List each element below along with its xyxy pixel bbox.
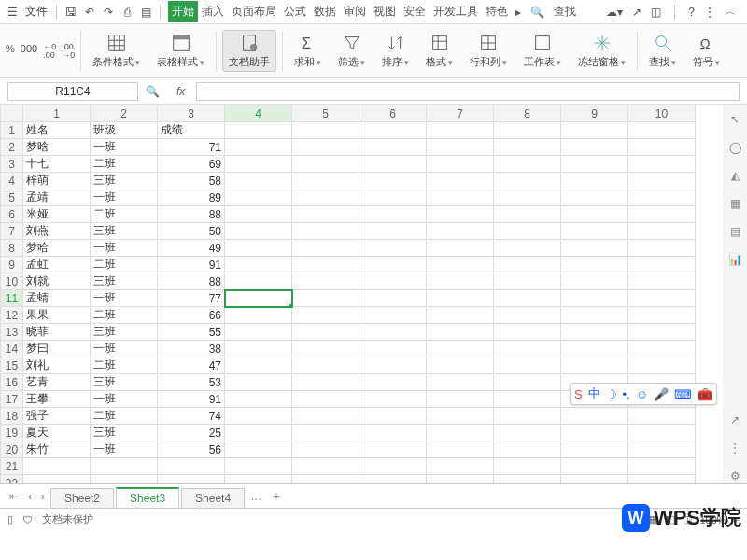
cell[interactable] <box>561 341 628 357</box>
row-header[interactable]: 11 <box>1 290 23 307</box>
cell[interactable] <box>427 374 494 391</box>
cell[interactable] <box>359 374 427 391</box>
symbol-button[interactable]: Ω符号▾ <box>687 31 726 71</box>
cell[interactable] <box>158 458 225 475</box>
cell[interactable] <box>359 324 427 341</box>
cell[interactable]: 一班 <box>91 240 158 257</box>
cell[interactable] <box>427 173 494 189</box>
cell[interactable] <box>561 257 628 273</box>
undo-icon[interactable]: ↶ <box>81 4 98 21</box>
cell[interactable] <box>225 425 292 441</box>
spreadsheet-grid[interactable]: 123456789101姓名班级成绩2梦晗一班713十七二班694梓萌三班585… <box>0 105 723 483</box>
table-style-button[interactable]: 表格样式▾ <box>151 31 210 71</box>
cell[interactable]: 25 <box>158 425 225 441</box>
cell[interactable]: 38 <box>158 341 225 357</box>
cell[interactable] <box>561 441 628 458</box>
cell[interactable]: 强子 <box>23 408 91 425</box>
cell[interactable]: 二班 <box>91 257 158 273</box>
cell[interactable] <box>494 290 561 307</box>
cell[interactable] <box>225 122 292 139</box>
cell[interactable] <box>359 441 427 458</box>
cell[interactable] <box>427 441 494 458</box>
cell[interactable] <box>494 273 561 290</box>
dec-dec-icon[interactable]: .00→0 <box>62 43 75 60</box>
tab-extra[interactable]: 特色 <box>482 1 512 22</box>
cell[interactable] <box>359 156 427 173</box>
row-header[interactable]: 3 <box>1 156 23 173</box>
cell[interactable]: 刘就 <box>23 273 91 290</box>
cell[interactable] <box>494 257 561 273</box>
cell[interactable]: 74 <box>158 408 225 425</box>
cell[interactable] <box>628 475 696 484</box>
cell[interactable] <box>359 273 427 290</box>
col-header[interactable]: 2 <box>91 105 158 122</box>
cell[interactable]: 88 <box>158 206 225 223</box>
cell[interactable] <box>561 307 628 324</box>
cell[interactable] <box>359 307 427 324</box>
cell[interactable]: 一班 <box>91 189 158 206</box>
cell[interactable] <box>427 189 494 206</box>
cell[interactable] <box>359 206 427 223</box>
export-icon[interactable]: ↗ <box>727 413 742 427</box>
cell[interactable] <box>292 206 359 223</box>
cell[interactable] <box>359 391 427 408</box>
cell[interactable] <box>225 206 292 223</box>
cell[interactable] <box>292 341 359 357</box>
cell[interactable] <box>561 475 628 484</box>
cell[interactable]: 56 <box>158 441 225 458</box>
toolbox-icon[interactable]: 🧰 <box>698 387 712 401</box>
search-label[interactable]: 查找 <box>554 4 576 20</box>
menu-icon[interactable]: ☰ <box>4 4 21 21</box>
cell[interactable] <box>494 324 561 341</box>
window-icon[interactable]: ◫ <box>651 6 661 19</box>
row-header[interactable]: 18 <box>1 408 23 425</box>
cell[interactable]: 孟虹 <box>23 257 91 273</box>
thousands-icon[interactable]: 000 <box>21 43 37 60</box>
row-header[interactable]: 1 <box>1 122 23 139</box>
add-sheet-icon[interactable]: ＋ <box>267 486 286 506</box>
cell[interactable] <box>292 273 359 290</box>
cell[interactable] <box>225 357 292 374</box>
tab-start[interactable]: 开始 <box>168 1 198 22</box>
cell[interactable] <box>292 475 359 484</box>
dec-inc-icon[interactable]: ←0.00 <box>43 43 56 60</box>
redo-icon[interactable]: ↷ <box>100 4 117 21</box>
cell[interactable] <box>494 341 561 357</box>
cell[interactable] <box>359 240 427 257</box>
cell[interactable] <box>225 458 292 475</box>
cell[interactable] <box>292 391 359 408</box>
cell[interactable] <box>427 257 494 273</box>
cell[interactable] <box>427 341 494 357</box>
face-icon[interactable]: ☺ <box>636 387 648 401</box>
row-header[interactable]: 8 <box>1 240 23 257</box>
cell[interactable]: 三班 <box>91 374 158 391</box>
cell[interactable]: 艺青 <box>23 374 91 391</box>
print-icon[interactable]: ⎙ <box>119 4 135 21</box>
name-box[interactable]: R11C4 <box>7 82 138 101</box>
cell[interactable] <box>427 156 494 173</box>
cell[interactable]: 一班 <box>91 441 158 458</box>
cell[interactable] <box>91 475 158 484</box>
row-header[interactable]: 15 <box>1 357 23 374</box>
formula-input[interactable] <box>196 82 740 101</box>
col-header[interactable]: 1 <box>23 105 91 122</box>
cell[interactable]: 49 <box>158 240 225 257</box>
cell[interactable] <box>292 257 359 273</box>
cell[interactable] <box>427 273 494 290</box>
row-header[interactable]: 5 <box>1 189 23 206</box>
cell[interactable] <box>561 458 628 475</box>
ime-lang[interactable]: 中 <box>588 385 600 402</box>
cloud-icon[interactable]: ☁▾ <box>606 6 623 19</box>
cell[interactable]: 朱竹 <box>23 441 91 458</box>
share-icon[interactable]: ↗ <box>632 6 641 19</box>
row-header[interactable]: 20 <box>1 441 23 458</box>
cell[interactable] <box>561 173 628 189</box>
cell[interactable] <box>494 374 561 391</box>
cell[interactable] <box>292 458 359 475</box>
cond-format-button[interactable]: 条件格式▾ <box>87 31 146 71</box>
cell[interactable] <box>292 425 359 441</box>
cell[interactable] <box>427 324 494 341</box>
cell[interactable] <box>561 206 628 223</box>
cell[interactable]: 果果 <box>23 307 91 324</box>
cell[interactable] <box>628 122 696 139</box>
